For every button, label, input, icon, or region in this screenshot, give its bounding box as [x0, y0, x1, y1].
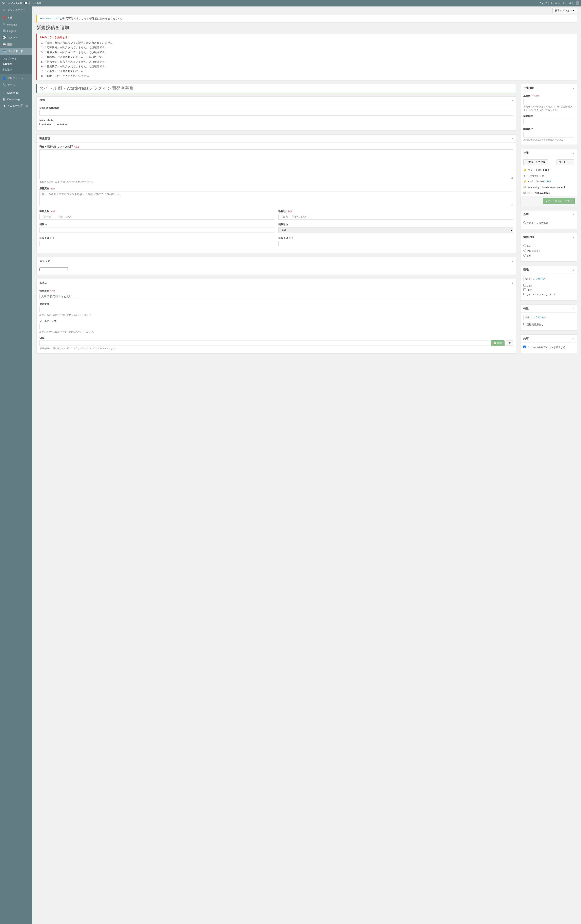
- reward-input[interactable]: [40, 227, 274, 233]
- error-item: 「勤務地」が入力されていません。必須項目です。: [44, 54, 574, 59]
- role-option[interactable]: CEO: [523, 283, 574, 288]
- avatar[interactable]: [576, 2, 579, 5]
- admin-bar: ⓦ ⌂Capital P 💬0 ＋新規 こんにちは、キャッピー さん: [0, 0, 581, 7]
- worktype-heading[interactable]: 労働形態▴: [520, 233, 577, 241]
- menu-posts[interactable]: 📌投稿: [0, 14, 32, 21]
- post-title-input[interactable]: [36, 84, 516, 93]
- slug-input[interactable]: [40, 267, 68, 271]
- finish-label: 業務終了: [523, 127, 574, 131]
- seo-heading[interactable]: SEO▴: [36, 97, 516, 104]
- worktype-option[interactable]: スポット: [523, 244, 574, 249]
- end-input[interactable]: [523, 99, 574, 104]
- comments-link[interactable]: 💬0: [25, 2, 30, 5]
- menu-podcast[interactable]: 🎙Podcast: [0, 21, 32, 28]
- eye-icon: 👁: [508, 342, 511, 345]
- salary-max-input[interactable]: [278, 241, 513, 246]
- nofollow-checkbox[interactable]: [55, 123, 57, 125]
- chevron-up-icon: ▴: [512, 137, 513, 140]
- role-tab-popular[interactable]: よく使うもの: [531, 276, 548, 281]
- worktype-option[interactable]: 雇用: [523, 253, 574, 258]
- noindex-checkbox-label[interactable]: noindex: [40, 123, 51, 126]
- site-link[interactable]: ⌂Capital P: [7, 2, 22, 5]
- nofollow-checkbox-label[interactable]: nofollow: [55, 123, 67, 126]
- tel-input[interactable]: [40, 307, 513, 312]
- slug-heading[interactable]: スラッグ▴: [36, 257, 516, 265]
- email-input[interactable]: [40, 324, 513, 329]
- feature-option[interactable]: 正社員登用あり: [523, 322, 574, 327]
- recruit-heading[interactable]: 募集要項▴: [36, 135, 516, 142]
- apply-heading[interactable]: 応募先▴: [36, 279, 516, 287]
- qual-textarea[interactable]: [40, 191, 513, 206]
- seo-row: ⓨSEO:Not available: [523, 190, 574, 196]
- menu-comments[interactable]: 💬コメント: [0, 34, 32, 41]
- update-text: が利用可能です。サイト管理者にお知らせください。: [60, 17, 124, 20]
- wp-logo[interactable]: ⓦ: [2, 2, 5, 5]
- location-input[interactable]: [278, 214, 513, 219]
- seo-box: SEO▴ Meta description Meta robots noinde…: [36, 96, 516, 130]
- error-item: 「担当者名」が入力されていません。必須項目です。: [44, 59, 574, 64]
- user-icon: 👤: [2, 76, 6, 80]
- submenu-list[interactable]: ジョブボード: [0, 56, 32, 61]
- screen-options-button[interactable]: 表示オプション ▼: [553, 8, 577, 13]
- amp-edit-link[interactable]: Edit: [546, 180, 551, 183]
- job-desc-textarea[interactable]: [40, 149, 513, 179]
- salary-max-label: 年収上限 万円: [278, 236, 513, 240]
- site-name: Capital P: [12, 2, 22, 5]
- start-input[interactable]: [523, 119, 574, 124]
- menu-collapse[interactable]: ◀メニューを閉じる: [0, 102, 32, 109]
- finish-input[interactable]: [523, 132, 574, 137]
- role-option[interactable]: フロントエンドエンジニア: [523, 292, 574, 297]
- url-input[interactable]: [40, 340, 489, 346]
- update-link[interactable]: WordPress 4.9.7: [40, 17, 60, 20]
- preview-button[interactable]: プレビュー: [556, 159, 574, 165]
- new-link[interactable]: ＋新規: [32, 2, 42, 5]
- recruit-box: 募集要項▴ 職種・業務内容についての説明 * 必須 募集する職種・仕事についての…: [36, 134, 516, 253]
- meta-desc-input[interactable]: [40, 110, 513, 116]
- role-option[interactable]: PHP: [523, 288, 574, 292]
- job-desc-label: 職種・業務内容についての説明 * 必須: [40, 145, 513, 148]
- salary-min-input[interactable]: [40, 241, 274, 246]
- job-desc-help: 募集する職種・仕事についての説明を書いてください。: [40, 181, 513, 183]
- save-draft-button[interactable]: 下書きとして保存: [523, 159, 548, 165]
- menu-tools[interactable]: 🔧ツール: [0, 81, 32, 88]
- person-label: 担当者名 * 必須: [40, 289, 513, 293]
- url-preview-button[interactable]: 👁: [506, 340, 513, 346]
- role-tab-all[interactable]: 職能: [523, 276, 531, 281]
- url-select-button[interactable]: 📋 選択: [491, 340, 505, 346]
- gutenberg-icon: ▦: [2, 97, 6, 101]
- company-heading[interactable]: 企業▴: [520, 211, 577, 218]
- person-input[interactable]: [40, 294, 513, 299]
- count-input[interactable]: [40, 214, 274, 219]
- menu-english[interactable]: 🔤English: [0, 28, 32, 34]
- menu-profile[interactable]: 👤プロフィール: [0, 74, 32, 81]
- role-heading[interactable]: 職能▴: [520, 266, 577, 274]
- share-heading[interactable]: 共有▴: [520, 335, 577, 343]
- noindex-checkbox[interactable]: [40, 123, 42, 125]
- menu-jobboard[interactable]: 🪪ジョブボード: [0, 48, 32, 55]
- collapse-icon: ◀: [2, 104, 6, 107]
- perm-heading[interactable]: 公開権限▴: [520, 84, 577, 92]
- book-icon: 📖: [2, 43, 6, 46]
- menu-bible[interactable]: 📖聖書: [0, 41, 32, 48]
- menu-elementor[interactable]: ≡Elementor: [0, 89, 32, 96]
- submenu-apply[interactable]: 申し込み: [0, 67, 32, 73]
- publish-heading[interactable]: 公開▴: [520, 149, 577, 157]
- url-label: URL: [40, 337, 513, 339]
- share-option[interactable]: ソーシャル共有アイコンを表示する。: [523, 345, 574, 350]
- reward-type-select[interactable]: 時給: [278, 227, 513, 233]
- error-item: 「職種・業務内容についての説明」が入力されていません。: [44, 40, 574, 45]
- feature-tab-popular[interactable]: よく使うもの: [531, 315, 548, 320]
- feature-tab-all[interactable]: 特徴: [523, 315, 531, 320]
- feature-heading[interactable]: 特徴▴: [520, 305, 577, 313]
- id-icon: 🪪: [2, 50, 6, 53]
- submit-review-button[interactable]: レビュー待ちとして送信: [543, 198, 575, 204]
- error-item: 「募集終了」が入力されていません。必須項目です。: [44, 64, 574, 69]
- company-option[interactable]: タロスカイ株式会社: [523, 221, 574, 226]
- menu-dashboard[interactable]: ⏱ダッシュボード: [0, 7, 32, 13]
- key-icon: 🔑: [523, 169, 526, 172]
- worktype-option[interactable]: プロジェクト: [523, 249, 574, 253]
- apply-box: 応募先▴ 担当者名 * 必須 電話番号 応募を電話で受け付けたい場合に入力してく…: [36, 279, 516, 353]
- menu-gutenberg[interactable]: ▦Gutenberg: [0, 96, 32, 102]
- submenu-new[interactable]: 新規追加: [0, 61, 32, 67]
- elementor-icon: ≡: [2, 91, 6, 94]
